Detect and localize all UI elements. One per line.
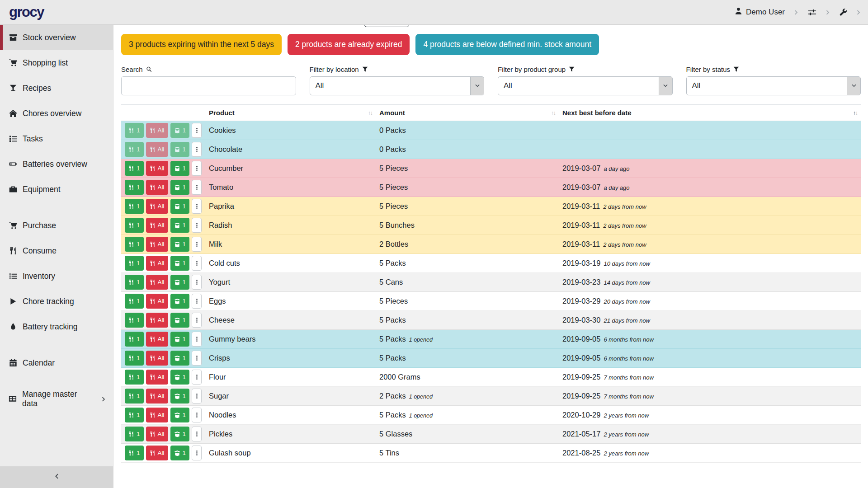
alert-badge-1[interactable]: 2 products are already expired xyxy=(288,34,410,55)
row-menu-button[interactable] xyxy=(192,275,202,290)
consume-one-button[interactable]: 1 xyxy=(125,237,144,252)
mark-opened-button[interactable]: 1 xyxy=(170,275,190,290)
row-menu-button[interactable] xyxy=(192,123,202,138)
consume-all-button[interactable]: All xyxy=(146,123,168,138)
mark-opened-button[interactable]: 1 xyxy=(170,180,190,195)
mark-opened-button[interactable]: 1 xyxy=(170,161,190,176)
mark-opened-button[interactable]: 1 xyxy=(170,332,190,347)
consume-one-button[interactable]: 1 xyxy=(125,199,144,214)
row-menu-button[interactable] xyxy=(192,294,202,309)
consume-one-button[interactable]: 1 xyxy=(125,446,144,460)
sidebar-item-purchase[interactable]: Purchase xyxy=(0,213,113,238)
consume-one-button[interactable]: 1 xyxy=(125,142,144,157)
sidebar-item-equipment[interactable]: Equipment xyxy=(0,177,113,202)
consume-all-button[interactable]: All xyxy=(146,199,168,214)
sidebar-item-shopping-list[interactable]: Shopping list xyxy=(0,50,113,75)
row-menu-button[interactable] xyxy=(192,427,202,441)
sidebar-item-batteries-overview[interactable]: Batteries overview xyxy=(0,151,113,177)
row-menu-button[interactable] xyxy=(192,199,202,214)
row-menu-button[interactable] xyxy=(192,313,202,328)
consume-one-button[interactable]: 1 xyxy=(125,180,144,195)
consume-all-button[interactable]: All xyxy=(146,256,168,271)
consume-all-button[interactable]: All xyxy=(146,237,168,252)
mark-opened-button[interactable]: 1 xyxy=(170,427,190,441)
sidebar-item-chore-tracking[interactable]: Chore tracking xyxy=(0,289,113,314)
row-menu-button[interactable] xyxy=(192,256,202,271)
mark-opened-button[interactable]: 1 xyxy=(170,123,190,138)
filter-by-product-group-select[interactable]: All xyxy=(498,76,673,95)
row-menu-button[interactable] xyxy=(192,180,202,195)
column-header-next-best-before-date[interactable]: Next best before date↑↓ xyxy=(559,105,861,121)
row-menu-button[interactable] xyxy=(192,351,202,366)
sidebar-item-consume[interactable]: Consume xyxy=(0,238,113,263)
search-input[interactable] xyxy=(121,76,296,95)
consume-one-button[interactable]: 1 xyxy=(125,123,144,138)
admin-chevron-icon[interactable] xyxy=(856,9,862,15)
consume-one-button[interactable]: 1 xyxy=(125,275,144,290)
consume-all-button[interactable]: All xyxy=(146,351,168,366)
mark-opened-button[interactable]: 1 xyxy=(170,256,190,271)
sidebar-item-battery-tracking[interactable]: Battery tracking xyxy=(0,314,113,339)
row-menu-button[interactable] xyxy=(192,237,202,252)
consume-one-button[interactable]: 1 xyxy=(125,351,144,366)
consume-one-button[interactable]: 1 xyxy=(125,427,144,441)
column-header-amount[interactable]: Amount↑↓ xyxy=(376,105,559,121)
row-menu-button[interactable] xyxy=(192,332,202,347)
consume-one-button[interactable]: 1 xyxy=(125,332,144,347)
consume-one-button[interactable]: 1 xyxy=(125,161,144,176)
mark-opened-button[interactable]: 1 xyxy=(170,446,190,460)
row-menu-button[interactable] xyxy=(192,142,202,157)
filter-by-location-select[interactable]: All xyxy=(310,76,485,95)
sidebar-item-calendar[interactable]: Calendar xyxy=(0,350,113,375)
preferences-sliders-button[interactable] xyxy=(808,8,816,17)
mark-opened-button[interactable]: 1 xyxy=(170,313,190,328)
consume-all-button[interactable]: All xyxy=(146,427,168,441)
consume-all-button[interactable]: All xyxy=(146,446,168,460)
column-header-product[interactable]: Product↑↓ xyxy=(205,105,376,121)
consume-all-button[interactable]: All xyxy=(146,332,168,347)
sidebar-item-manage-master-data[interactable]: Manage master data xyxy=(0,386,113,412)
consume-all-button[interactable]: All xyxy=(146,161,168,176)
consume-all-button[interactable]: All xyxy=(146,370,168,385)
consume-one-button[interactable]: 1 xyxy=(125,408,144,422)
row-menu-button[interactable] xyxy=(192,161,202,176)
row-menu-button[interactable] xyxy=(192,370,202,385)
sidebar-item-recipes[interactable]: Recipes xyxy=(0,75,113,101)
filter-by-status-select[interactable]: All xyxy=(686,76,861,95)
row-menu-button[interactable] xyxy=(192,218,202,233)
user-menu[interactable]: Demo User xyxy=(735,7,785,17)
consume-all-button[interactable]: All xyxy=(146,275,168,290)
consume-one-button[interactable]: 1 xyxy=(125,389,144,404)
consume-one-button[interactable]: 1 xyxy=(125,218,144,233)
sidebar-item-chores-overview[interactable]: Chores overview xyxy=(0,101,113,126)
admin-wrench-button[interactable] xyxy=(840,9,847,16)
mark-opened-button[interactable]: 1 xyxy=(170,199,190,214)
sidebar-item-inventory[interactable]: Inventory xyxy=(0,263,113,289)
consume-all-button[interactable]: All xyxy=(146,218,168,233)
sidebar-item-tasks[interactable]: Tasks xyxy=(0,126,113,151)
consume-one-button[interactable]: 1 xyxy=(125,313,144,328)
consume-one-button[interactable]: 1 xyxy=(125,294,144,309)
mark-opened-button[interactable]: 1 xyxy=(170,218,190,233)
row-menu-button[interactable] xyxy=(192,446,202,460)
preferences-chevron-icon[interactable] xyxy=(825,9,831,15)
consume-all-button[interactable]: All xyxy=(146,389,168,404)
consume-all-button[interactable]: All xyxy=(146,408,168,422)
mark-opened-button[interactable]: 1 xyxy=(170,294,190,309)
user-menu-chevron-icon[interactable] xyxy=(793,9,799,15)
alert-badge-0[interactable]: 3 products expiring within the next 5 da… xyxy=(121,34,282,55)
consume-all-button[interactable]: All xyxy=(146,142,168,157)
consume-one-button[interactable]: 1 xyxy=(125,370,144,385)
alert-badge-2[interactable]: 4 products are below defined min. stock … xyxy=(415,34,599,55)
mark-opened-button[interactable]: 1 xyxy=(170,237,190,252)
sidebar-collapse-button[interactable] xyxy=(0,466,113,488)
row-menu-button[interactable] xyxy=(192,408,202,422)
app-logo[interactable]: grocy xyxy=(9,4,44,20)
consume-one-button[interactable]: 1 xyxy=(125,256,144,271)
mark-opened-button[interactable]: 1 xyxy=(170,408,190,422)
mark-opened-button[interactable]: 1 xyxy=(170,370,190,385)
row-menu-button[interactable] xyxy=(192,389,202,404)
mark-opened-button[interactable]: 1 xyxy=(170,142,190,157)
consume-all-button[interactable]: All xyxy=(146,180,168,195)
mark-opened-button[interactable]: 1 xyxy=(170,389,190,404)
